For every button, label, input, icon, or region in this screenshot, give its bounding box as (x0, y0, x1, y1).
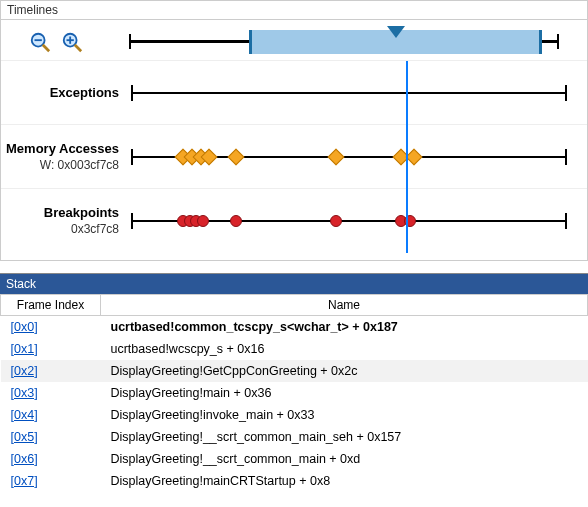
playhead-marker-icon[interactable] (387, 26, 405, 40)
track-exceptions: Exceptions (1, 60, 587, 124)
lane-line (131, 92, 567, 94)
lane-tick (131, 85, 133, 101)
lane-tick (565, 149, 567, 165)
track-subtitle: 0x3cf7c8 (1, 222, 119, 236)
stack-row[interactable]: [0x4]DisplayGreeting!invoke_main + 0x33 (1, 404, 588, 426)
zoom-row (1, 24, 587, 60)
stack-title: Stack (0, 274, 588, 294)
stack-row[interactable]: [0x5]DisplayGreeting!__scrt_common_main_… (1, 426, 588, 448)
lane-tick (131, 149, 133, 165)
frame-index-link[interactable]: [0x7] (11, 474, 38, 488)
frame-index-link[interactable]: [0x6] (11, 452, 38, 466)
frame-name: ucrtbased!wcscpy_s + 0x16 (101, 338, 588, 360)
lane-tick (131, 213, 133, 229)
lane-tick (565, 213, 567, 229)
memory-marker-icon[interactable] (327, 148, 344, 165)
frame-name: ucrtbased!common_tcscpy_s<wchar_t> + 0x1… (101, 316, 588, 339)
frame-name: DisplayGreeting!mainCRTStartup + 0x8 (101, 470, 588, 492)
stack-row[interactable]: [0x6]DisplayGreeting!__scrt_common_main … (1, 448, 588, 470)
frame-name: DisplayGreeting!__scrt_common_main_seh +… (101, 426, 588, 448)
stack-row[interactable]: [0x3]DisplayGreeting!main + 0x36 (1, 382, 588, 404)
playhead-line[interactable] (406, 189, 408, 253)
track-breakpoints: Breakpoints0x3cf7c8 (1, 188, 587, 252)
breakpoint-marker-icon[interactable] (197, 215, 209, 227)
frame-index-link[interactable]: [0x4] (11, 408, 38, 422)
playhead-line[interactable] (406, 125, 408, 189)
svg-line-4 (75, 45, 81, 51)
breakpoint-marker-icon[interactable] (230, 215, 242, 227)
track-lane[interactable] (131, 201, 567, 241)
frame-name: DisplayGreeting!main + 0x36 (101, 382, 588, 404)
svg-line-1 (43, 45, 49, 51)
stack-row[interactable]: [0x2]DisplayGreeting!GetCppConGreeting +… (1, 360, 588, 382)
stack-table: Frame Index Name [0x0]ucrtbased!common_t… (0, 294, 588, 492)
zoom-controls (9, 31, 129, 53)
timelines-title: Timelines (0, 0, 588, 19)
track-lane[interactable] (131, 137, 567, 177)
stack-row[interactable]: [0x0]ucrtbased!common_tcscpy_s<wchar_t> … (1, 316, 588, 339)
track-label: Memory AccessesW: 0x003cf7c8 (1, 141, 131, 172)
col-frame-index[interactable]: Frame Index (1, 295, 101, 316)
stack-row[interactable]: [0x1]ucrtbased!wcscpy_s + 0x16 (1, 338, 588, 360)
frame-index-link[interactable]: [0x3] (11, 386, 38, 400)
frame-index-link[interactable]: [0x1] (11, 342, 38, 356)
memory-marker-icon[interactable] (227, 148, 244, 165)
track-label: Breakpoints0x3cf7c8 (1, 205, 131, 236)
memory-marker-icon[interactable] (406, 148, 423, 165)
tracks-container: ExceptionsMemory AccessesW: 0x003cf7c8Br… (1, 60, 587, 252)
track-label: Exceptions (1, 85, 131, 100)
track-lane[interactable] (131, 73, 567, 113)
frame-name: DisplayGreeting!invoke_main + 0x33 (101, 404, 588, 426)
timelines-panel: ExceptionsMemory AccessesW: 0x003cf7c8Br… (0, 19, 588, 261)
stack-row[interactable]: [0x7]DisplayGreeting!mainCRTStartup + 0x… (1, 470, 588, 492)
track-subtitle: W: 0x003cf7c8 (1, 158, 119, 172)
frame-index-link[interactable]: [0x5] (11, 430, 38, 444)
zoom-in-icon[interactable] (61, 31, 83, 53)
frame-index-link[interactable]: [0x2] (11, 364, 38, 378)
overview-tick-end (557, 34, 559, 49)
track-title: Breakpoints (1, 205, 119, 220)
svg-marker-7 (387, 26, 405, 38)
stack-panel: Stack Frame Index Name [0x0]ucrtbased!co… (0, 273, 588, 492)
zoom-out-icon[interactable] (29, 31, 51, 53)
overview-tick-start (129, 34, 131, 49)
track-title: Exceptions (1, 85, 119, 100)
playhead-line[interactable] (406, 61, 408, 125)
track-memory: Memory AccessesW: 0x003cf7c8 (1, 124, 587, 188)
overview-bar[interactable] (129, 26, 559, 58)
frame-index-link[interactable]: [0x0] (11, 320, 38, 334)
frame-name: DisplayGreeting!__scrt_common_main + 0xd (101, 448, 588, 470)
frame-name: DisplayGreeting!GetCppConGreeting + 0x2c (101, 360, 588, 382)
col-name[interactable]: Name (101, 295, 588, 316)
breakpoint-marker-icon[interactable] (330, 215, 342, 227)
lane-tick (565, 85, 567, 101)
track-title: Memory Accesses (1, 141, 119, 156)
stack-header-row: Frame Index Name (1, 295, 588, 316)
